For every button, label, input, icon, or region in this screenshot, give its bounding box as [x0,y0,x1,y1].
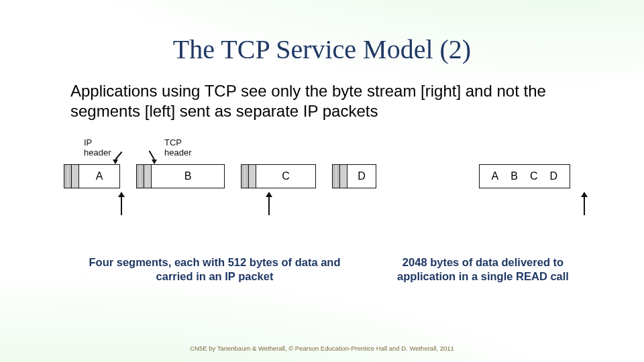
stream-byte: C [530,170,538,182]
caption-right: 2048 bytes of data delivered to applicat… [389,255,577,283]
stream-byte: B [511,170,518,182]
packet-a: A [64,164,120,188]
caption-left: Four segments, each with 512 bytes of da… [80,255,349,283]
tcp-header-block [72,165,79,188]
arrow-up-icon [268,196,270,215]
byte-stream-box: A B C D [479,164,570,188]
slide-title: The TCP Service Model (2) [40,34,604,65]
payload-label: C [256,165,315,188]
ip-header-block [64,165,72,188]
ip-header-block [137,165,144,188]
tcp-header-block [144,165,152,188]
slide-body-text: Applications using TCP see only the byte… [70,81,577,121]
arrow-line [115,152,122,160]
payload-label: A [79,165,119,188]
captions-row: Four segments, each with 512 bytes of da… [40,255,604,283]
ip-header-label: IP header [84,137,111,158]
tcp-header-label: TCP header [164,137,191,158]
diagram: IP header TCP header A B C [40,141,604,242]
arrow-up-icon [121,196,122,215]
payload-label: D [347,165,376,188]
arrow-line [149,151,155,160]
packet-b: B [136,164,225,188]
arrow-down-icon [113,160,118,164]
ip-header-block [333,165,340,188]
tcp-header-block [249,165,256,188]
tcp-header-block [340,165,347,188]
stream-byte: A [492,170,499,182]
payload-label: B [152,165,224,188]
packet-d: D [332,164,376,188]
arrow-down-icon [152,160,157,164]
stream-byte: D [549,170,557,182]
slide-container: The TCP Service Model (2) Applications u… [0,0,644,362]
packet-c: C [241,164,316,188]
ip-header-block [241,165,249,188]
footer-citation: CN5E by Tanenbaum & Wetherall, © Pearson… [0,345,644,353]
title-text: The TCP Service Model (2) [173,34,471,64]
segments-group: A B C D [64,164,376,188]
arrow-up-icon [584,196,585,215]
